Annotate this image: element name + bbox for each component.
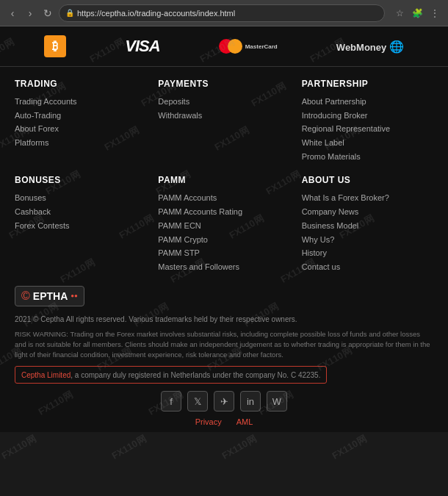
copyright-text: 2021 © Ceptha All rights reserved. Vario… — [15, 314, 433, 325]
link-pamm-crypto[interactable]: PAMM Crypto — [158, 233, 289, 247]
link-withdrawals[interactable]: Withdrawals — [158, 109, 289, 123]
bitcoin-symbol: ₿ — [52, 40, 58, 53]
footer-row-1: TRADING Trading Accounts Auto-Trading Ab… — [15, 79, 433, 163]
bottom-links: Privacy AML — [15, 417, 433, 426]
link-regional-rep[interactable]: Regional Representative — [302, 122, 433, 136]
facebook-icon[interactable]: f — [161, 391, 181, 411]
link-cashback[interactable]: Cashback — [15, 205, 146, 219]
footer-col-pamm: PAMM PAMM Accounts PAMM Accounts Rating … — [158, 175, 289, 273]
address-bar[interactable]: 🔒 https://ceptha.io/trading-accounts/ind… — [59, 4, 385, 22]
aml-link[interactable]: AML — [236, 417, 253, 426]
visa-logo: VISA — [125, 37, 159, 56]
forward-button[interactable]: › — [24, 7, 37, 20]
link-promo-materials[interactable]: Promo Materials — [302, 150, 433, 164]
eptha-logo: © EPTHA ●● — [15, 286, 84, 306]
eptha-icon: © — [21, 290, 30, 303]
browser-chrome: ‹ › ↻ 🔒 https://ceptha.io/trading-accoun… — [0, 0, 448, 26]
link-business-model[interactable]: Business Model — [302, 219, 433, 233]
pamm-heading: PAMM — [158, 175, 289, 185]
whatsapp-icon[interactable]: W — [267, 391, 287, 411]
bitcoin-logo: ₿ — [44, 35, 66, 57]
extensions-icon[interactable]: 🧩 — [410, 6, 424, 21]
footer-col-trading: TRADING Trading Accounts Auto-Trading Ab… — [15, 79, 146, 163]
partnership-heading: PARTNERSHIP — [302, 79, 433, 89]
browser-icons: ☆ 🧩 ⋮ — [392, 6, 442, 21]
link-white-label[interactable]: White Label — [302, 136, 433, 150]
link-why-us[interactable]: Why Us? — [302, 233, 433, 247]
company-link-box: Ceptha Limited, a company duly registere… — [15, 366, 327, 384]
trading-heading: TRADING — [15, 79, 146, 89]
about-heading: ABOUT US — [302, 175, 433, 185]
footer-col-payments: PAYMENTS Deposits Withdrawals — [158, 79, 289, 163]
telegram-icon[interactable]: ✈ — [214, 391, 234, 411]
url-text: https://ceptha.io/trading-accounts/index… — [77, 9, 235, 18]
link-contact[interactable]: Contact us — [302, 260, 433, 274]
link-pamm-rating[interactable]: PAMM Accounts Rating — [158, 205, 289, 219]
link-trading-accounts[interactable]: Trading Accounts — [15, 95, 146, 109]
link-bonuses[interactable]: Bonuses — [15, 191, 146, 205]
back-button[interactable]: ‹ — [6, 7, 19, 20]
link-introducing-broker[interactable]: Introducing Broker — [302, 109, 433, 123]
mc-orange-circle — [228, 39, 242, 54]
footer-col-partnership: PARTNERSHIP About Partnership Introducin… — [302, 79, 433, 163]
link-pamm-ecn[interactable]: PAMM ECN — [158, 219, 289, 233]
link-forex-contests[interactable]: Forex Contests — [15, 219, 146, 233]
payments-heading: PAYMENTS — [158, 79, 289, 89]
lock-icon: 🔒 — [65, 9, 74, 17]
menu-icon[interactable]: ⋮ — [427, 6, 442, 21]
twitter-icon[interactable]: 𝕏 — [187, 391, 208, 411]
globe-icon: 🌐 — [389, 40, 404, 53]
footer-row-2: BONUSES Bonuses Cashback Forex Contests … — [15, 175, 433, 273]
eptha-text: EPTHA — [33, 290, 68, 302]
company-registration: Ceptha Limited, a company duly registere… — [15, 366, 433, 391]
reload-button[interactable]: ↻ — [41, 7, 54, 20]
link-platforms[interactable]: Platforms — [15, 136, 146, 150]
footer-col-bonuses: BONUSES Bonuses Cashback Forex Contests — [15, 175, 146, 273]
bonuses-heading: BONUSES — [15, 175, 146, 185]
link-auto-trading[interactable]: Auto-Trading — [15, 109, 146, 123]
mastercard-logo: MasterCard — [219, 39, 278, 54]
link-about-partnership[interactable]: About Partnership — [302, 95, 433, 109]
privacy-link[interactable]: Privacy — [195, 417, 222, 426]
company-link[interactable]: Ceptha Limited — [21, 371, 71, 379]
link-what-is-forex[interactable]: What Is a Forex Broker? — [302, 191, 433, 205]
mastercard-label: MasterCard — [245, 43, 278, 50]
social-icons-bar: f 𝕏 ✈ in W — [15, 391, 433, 411]
link-pamm-accounts[interactable]: PAMM Accounts — [158, 191, 289, 205]
footer-logo-area: © EPTHA ●● — [15, 286, 433, 306]
linkedin-icon[interactable]: in — [240, 391, 261, 411]
link-pamm-stp[interactable]: PAMM STP — [158, 246, 289, 260]
risk-warning: RISK WARNING: Trading on the Forex marke… — [15, 329, 433, 361]
footer-content: TRADING Trading Accounts Auto-Trading Ab… — [0, 67, 448, 432]
footer-col-about: ABOUT US What Is a Forex Broker? Company… — [302, 175, 433, 273]
webmoney-logo: WebMoney 🌐 — [336, 40, 404, 54]
star-icon[interactable]: ☆ — [392, 6, 407, 21]
link-masters-followers[interactable]: Masters and Followers — [158, 260, 289, 274]
payment-logos-bar: ₿ VISA MasterCard WebMoney 🌐 — [0, 26, 448, 67]
company-text: , a company duly registered in Netherlan… — [71, 371, 320, 379]
eptha-dot: ●● — [71, 292, 78, 299]
link-company-news[interactable]: Company News — [302, 205, 433, 219]
link-history[interactable]: History — [302, 246, 433, 260]
link-deposits[interactable]: Deposits — [158, 95, 289, 109]
link-about-forex[interactable]: About Forex — [15, 122, 146, 136]
